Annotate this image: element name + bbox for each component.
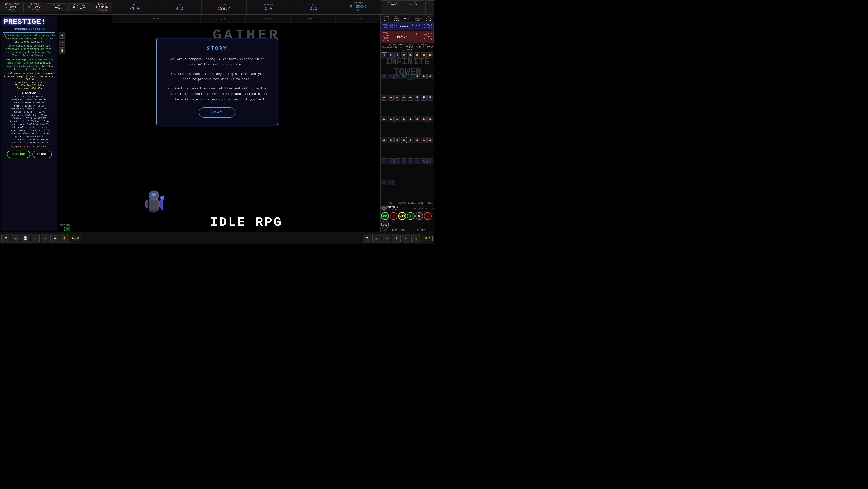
okay-button[interactable]: OKAY — [199, 107, 236, 118]
svg-point-8 — [160, 196, 163, 200]
confirm-button[interactable]: CONFIRM — [7, 150, 30, 158]
talent-icon-35[interactable]: 💪 — [394, 137, 400, 143]
talent-icon-39[interactable]: 🔥 — [421, 137, 427, 143]
talent-icon-37[interactable]: 🔥 — [407, 137, 413, 143]
skull-icon[interactable]: 💀 — [21, 234, 30, 243]
arrow-right-icon[interactable]: → — [40, 234, 49, 243]
cooldown: Cooldown: 00m:00s — [3, 87, 55, 90]
talent-icon-27[interactable]: 💪 — [394, 116, 400, 122]
talent-icon-9[interactable]: 🕸 — [381, 74, 387, 80]
close-button[interactable]: CLOSE — [32, 150, 52, 158]
talent-icon-6[interactable]: ✊ — [414, 52, 420, 58]
talent-icon-42[interactable]: ↓ — [388, 159, 394, 164]
talent-icon-2[interactable]: ⌛ — [388, 52, 394, 58]
talent-icon-21[interactable]: 👊 — [407, 95, 413, 101]
star-icon[interactable]: ★ — [411, 234, 420, 243]
talent-icon-4[interactable]: ⌛ — [401, 52, 407, 58]
side-icon-2[interactable]: ⚡ — [59, 39, 65, 47]
sword-icon[interactable]: ⚔ — [31, 234, 39, 243]
talent-icon-8[interactable]: ✊ — [427, 52, 433, 58]
breakdown-item: Tree Levels: 1.51e8 => +55.0% — [3, 138, 55, 142]
right-panel: START FLOOR 5227 STOP FLOOR 5228 FLOOR 5… — [380, 15, 434, 232]
resource-gold-left: ⭐GOLD 1.10e16 (-97.6%) — [91, 2, 113, 12]
person-icon-right[interactable]: 🧍 — [392, 234, 401, 243]
talent-icon-38[interactable]: 🔥 — [414, 137, 420, 143]
bottom-bar: ≡ ◎ 💀 ⚔ → ⊞ 🧍 60.0 ≡ ◎ ← 🧍 → ★ 58.4 — [0, 232, 434, 244]
talent-icon-5[interactable]: ✊ — [407, 52, 413, 58]
talent-icon-40[interactable]: 🔥 — [427, 137, 433, 143]
breakdown-item: Gold: 2.49e16 => +55.0% — [3, 105, 55, 108]
globe-icon[interactable]: ◎ — [11, 234, 20, 243]
side-icon-3[interactable]: 🔋 — [59, 48, 65, 54]
sync-tempo: Tempo is a global multiplier that affect… — [3, 65, 55, 71]
talent-icon-23[interactable]: 🦷 — [421, 95, 427, 101]
arrow-left-icon[interactable]: ← — [382, 234, 391, 243]
talent-icon-3[interactable]: ⌛ — [394, 52, 400, 58]
talent-icon-47[interactable]: 🐾 — [421, 159, 427, 164]
talent-icon-1[interactable]: ⏳ — [381, 52, 387, 58]
plus-button[interactable]: + — [407, 212, 414, 220]
svg-rect-7 — [161, 198, 163, 210]
talent-icon-22[interactable]: 🦷 — [414, 95, 420, 101]
talent-icon-31[interactable]: 🔥 — [421, 116, 427, 122]
resource-food-left: 🍖FOOD 1.62e12 (-29.2%) — [24, 2, 45, 12]
x-button[interactable]: ✕ — [415, 212, 423, 220]
talent-icon-26[interactable]: 💪 — [388, 116, 394, 122]
resource-science-left: 🔬SCIENCE 2.45e74 — [68, 3, 90, 11]
talent-icon-30[interactable]: 🔥 — [414, 116, 420, 122]
talent-icon-18[interactable]: 👊 — [388, 95, 394, 101]
talent-icon-49[interactable]: ♥ — [381, 180, 387, 185]
sync-desc-1: Synchronize the current progress to incr… — [3, 34, 55, 44]
talent-icon-29[interactable]: 🔥 — [407, 116, 413, 122]
breakdown-item: Science: 2.45e74 => +55.0% — [3, 98, 55, 102]
sync-desc-2: Synchronize also permanently preserves a… — [3, 45, 55, 57]
sync-title: SYNCHRONIZATION — [3, 27, 55, 32]
idle-rpg-text: IDLE RPG — [112, 215, 380, 230]
talent-icon-13[interactable]: ↔ — [407, 74, 413, 80]
talent-icon-33[interactable]: 💪 — [381, 137, 387, 143]
talent-icon-36[interactable]: 💪 — [401, 137, 407, 143]
ko-button[interactable]: KO — [390, 212, 398, 220]
talent-icon-43[interactable]: 🐾 — [394, 159, 400, 164]
talent-icon-50[interactable]: ↓ — [388, 180, 394, 185]
minus-button[interactable]: − — [424, 212, 432, 220]
max-combat-button[interactable]: MAX — [398, 212, 406, 220]
talent-icon-46[interactable]: ↓ — [414, 159, 420, 164]
talent-icon-24[interactable]: 🦷 — [427, 95, 433, 101]
top-bar-left: 🥩RAW FOOD 7.02e15 (98.2%) 🍖FOOD 1.62e12 … — [0, 0, 112, 15]
breakdown-item: Crafts: 1.37e16 => +55.0% — [3, 117, 55, 120]
breakdown-item: Combat Kills: 5.23e5 => +13.9% — [3, 120, 55, 123]
talent-icon-11[interactable]: 🕸 — [394, 74, 400, 80]
arrow-right-icon-right[interactable]: → — [402, 234, 410, 243]
talent-icon-41[interactable]: ♥ — [381, 159, 387, 164]
go-button[interactable]: GO — [381, 212, 389, 220]
talent-icon-45[interactable]: ♥ — [407, 159, 413, 164]
talent-icon-28[interactable]: 💪 — [401, 116, 407, 122]
menu-icon-left[interactable]: ≡ — [1, 234, 10, 243]
center-res-variant: VARIANT 0 (200%) 🖱 — [336, 0, 380, 15]
talent-icon-16[interactable]: ✋ — [427, 74, 433, 80]
globe-icon-right[interactable]: ◎ — [372, 234, 381, 243]
num-button[interactable]: 250 — [381, 221, 389, 229]
breakdown-title: BREAKDOWN — [3, 91, 55, 94]
side-icon-1[interactable]: ◉ — [59, 32, 65, 38]
talent-icon-48[interactable]: 🐾 — [427, 159, 433, 164]
toggle-on[interactable]: ON — [64, 227, 70, 231]
talent-icon-44[interactable]: 🐾 — [401, 159, 407, 164]
talent-icon-20[interactable]: 👊 — [401, 95, 407, 101]
talent-icon-14[interactable]: ✋ — [414, 74, 420, 80]
talent-icon-34[interactable]: 💪 — [388, 137, 394, 143]
talent-icon-32[interactable]: 🔥 — [427, 116, 433, 122]
talent-icon-15[interactable]: ✋ — [421, 74, 427, 80]
talent-icon-12[interactable]: 🕸 — [401, 74, 407, 80]
svg-point-2 — [149, 191, 159, 200]
talent-icon-10[interactable]: 🕸 — [388, 74, 394, 80]
talent-icon-19[interactable]: 👊 — [394, 95, 400, 101]
talent-icon-17[interactable]: 👊 — [381, 95, 387, 101]
grid-icon[interactable]: ⊞ — [50, 234, 59, 243]
menu-icon-right[interactable]: ≡ — [363, 234, 371, 243]
talent-icon-7[interactable]: ✊ — [421, 52, 427, 58]
person-icon-left[interactable]: 🧍 — [60, 234, 69, 243]
bottom-right-number: 58.4 — [421, 236, 433, 241]
talent-icon-25[interactable]: 💪 — [381, 116, 387, 122]
